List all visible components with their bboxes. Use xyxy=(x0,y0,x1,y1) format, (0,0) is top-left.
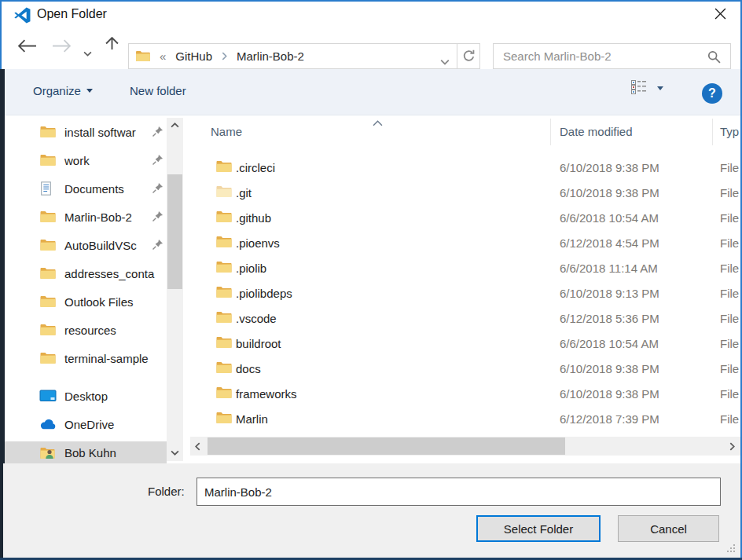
change-view-button[interactable] xyxy=(630,79,663,97)
folder-icon xyxy=(39,267,57,280)
file-row[interactable]: Marlin6/12/2018 7:39 PMFile xyxy=(189,406,742,431)
sidebar-item[interactable]: Marlin-Bob-2 xyxy=(5,203,167,231)
file-date-modified: 6/12/2018 5:36 PM xyxy=(560,312,659,325)
forward-button[interactable] xyxy=(52,39,72,56)
file-row[interactable]: .piolibdeps6/10/2018 9:13 PMFile xyxy=(189,280,742,306)
chevron-down-icon xyxy=(657,86,663,90)
back-button[interactable] xyxy=(17,39,37,56)
help-button[interactable]: ? xyxy=(702,83,722,104)
file-date-modified: 6/6/2018 11:14 AM xyxy=(560,262,658,275)
search-input[interactable] xyxy=(503,45,700,68)
file-name: .github xyxy=(236,211,271,225)
file-row[interactable]: .circleci6/10/2018 9:38 PMFile xyxy=(189,155,742,180)
dialog-footer: Folder: Select Folder Cancel xyxy=(0,463,742,558)
folder-icon xyxy=(215,185,232,201)
up-button[interactable] xyxy=(105,37,119,53)
user-folder-icon xyxy=(39,446,57,459)
folder-icon xyxy=(39,324,57,336)
file-row[interactable]: .pioenvs6/12/2018 4:54 PMFile xyxy=(189,230,742,255)
breadcrumb-item-github[interactable]: GitHub xyxy=(175,49,212,63)
column-header-name[interactable]: Name xyxy=(211,125,242,138)
file-row[interactable]: .piolib6/6/2018 11:14 AMFile xyxy=(189,255,742,280)
file-date-modified: 6/6/2018 10:54 AM xyxy=(560,337,659,350)
file-name: .vscode xyxy=(236,312,277,325)
sidebar-scrollbar[interactable] xyxy=(167,118,183,461)
sidebar-item-label: addresses_conta xyxy=(64,267,160,280)
sidebar-item[interactable]: AutoBuildVSc xyxy=(5,231,167,259)
file-name: buildroot xyxy=(236,337,281,350)
question-mark-icon: ? xyxy=(708,86,716,101)
list-header: Name Date modified Typ xyxy=(189,115,742,148)
sidebar-item[interactable]: addresses_conta xyxy=(5,259,167,287)
sidebar-item[interactable]: Documents xyxy=(5,174,167,203)
column-divider[interactable] xyxy=(550,119,551,145)
address-dropdown-chevron-icon[interactable] xyxy=(440,54,450,68)
sidebar-item[interactable]: resources xyxy=(5,316,167,344)
sidebar-item-label: resources xyxy=(64,324,160,337)
file-row[interactable]: .git6/10/2018 9:38 PMFile xyxy=(189,180,742,205)
column-header-type[interactable]: Typ xyxy=(720,125,739,138)
scroll-up-icon[interactable] xyxy=(167,118,183,132)
sidebar-scrollbar-thumb[interactable] xyxy=(167,174,182,289)
scroll-down-icon[interactable] xyxy=(167,445,183,459)
sidebar: install softwarworkDocumentsMarlin-Bob-2… xyxy=(5,118,167,463)
refresh-button[interactable] xyxy=(457,44,479,68)
sidebar-item[interactable]: Desktop xyxy=(5,382,167,410)
column-divider[interactable] xyxy=(712,119,713,145)
folder-name-input[interactable] xyxy=(197,478,721,506)
pin-icon xyxy=(152,182,163,197)
sidebar-item[interactable]: OneDrive xyxy=(5,410,167,438)
sidebar-item[interactable]: Outlook Files xyxy=(5,287,167,316)
close-button[interactable] xyxy=(707,5,733,25)
column-header-date-modified[interactable]: Date modified xyxy=(560,125,633,138)
horizontal-scrollbar[interactable] xyxy=(190,437,740,456)
file-type: File xyxy=(720,412,739,426)
file-row[interactable]: .github6/6/2018 10:54 AMFile xyxy=(189,205,742,230)
breadcrumb-overflow[interactable]: « xyxy=(160,49,166,63)
file-type: File xyxy=(720,362,739,375)
search-icon[interactable] xyxy=(707,50,721,67)
file-type: File xyxy=(720,161,739,174)
dialog-body: install softwarworkDocumentsMarlin-Bob-2… xyxy=(0,115,742,463)
file-row[interactable]: frameworks6/10/2018 9:38 PMFile xyxy=(189,381,742,406)
file-type: File xyxy=(720,387,739,401)
file-type: File xyxy=(720,262,739,275)
file-name: .piolibdeps xyxy=(236,287,292,300)
folder-icon xyxy=(215,386,232,402)
sidebar-item[interactable]: install softwar xyxy=(5,118,167,146)
pin-icon xyxy=(152,239,163,254)
dialog-title: Open Folder xyxy=(37,7,107,21)
folder-icon xyxy=(215,160,232,176)
file-row[interactable]: buildroot6/6/2018 10:54 AMFile xyxy=(189,331,742,356)
file-type: File xyxy=(720,337,739,350)
sidebar-item-label: Documents xyxy=(64,182,160,196)
resize-grip-icon[interactable] xyxy=(727,544,736,554)
folder-icon xyxy=(39,154,57,167)
scroll-right-icon[interactable] xyxy=(725,437,739,456)
file-row[interactable]: .vscode6/12/2018 5:36 PMFile xyxy=(189,306,742,331)
new-folder-button[interactable]: New folder xyxy=(130,84,186,97)
breadcrumb-item-current[interactable]: Marlin-Bob-2 xyxy=(237,49,304,63)
vscode-icon xyxy=(13,6,31,24)
scroll-left-icon[interactable] xyxy=(190,437,204,456)
file-name: .git xyxy=(236,186,252,199)
cancel-button[interactable]: Cancel xyxy=(618,515,719,542)
folder-icon xyxy=(215,336,232,352)
sidebar-item[interactable]: terminal-sample xyxy=(5,344,167,372)
file-name: .circleci xyxy=(236,161,275,174)
folder-icon xyxy=(215,236,232,251)
horizontal-scrollbar-thumb[interactable] xyxy=(208,437,565,455)
desktop-icon xyxy=(39,390,57,403)
recent-locations-chevron-icon[interactable] xyxy=(83,46,92,60)
file-name: Marlin xyxy=(236,412,268,426)
sidebar-item-label: Outlook Files xyxy=(64,295,160,309)
address-bar[interactable]: « GitHub Marlin-Bob-2 xyxy=(128,43,480,69)
file-row[interactable]: docs6/10/2018 9:38 PMFile xyxy=(189,356,742,381)
breadcrumb-chevron-icon xyxy=(222,52,227,60)
sidebar-item[interactable]: work xyxy=(5,146,167,174)
file-date-modified: 6/10/2018 9:38 PM xyxy=(560,362,659,375)
folder-icon xyxy=(39,239,57,251)
sidebar-item[interactable]: Bob Kuhn xyxy=(5,441,167,463)
organize-button[interactable]: Organize xyxy=(33,84,93,97)
select-folder-button[interactable]: Select Folder xyxy=(476,515,601,542)
